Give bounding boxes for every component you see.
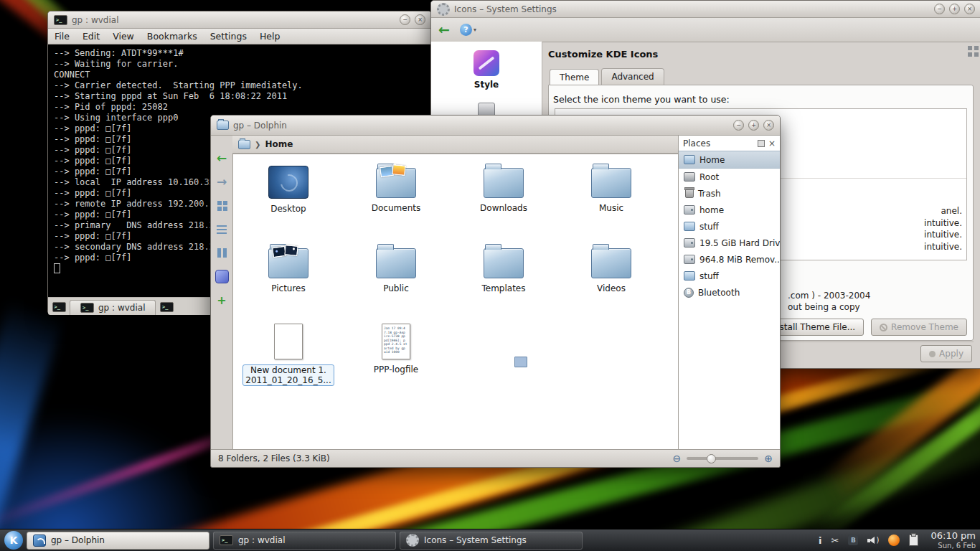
zoom-out-icon[interactable]: ⊖: [673, 453, 682, 463]
details-view-button[interactable]: [214, 221, 230, 237]
minimize-button[interactable]: −: [733, 120, 744, 131]
back-button[interactable]: ←: [214, 150, 230, 166]
folder-item-videos[interactable]: Videos: [557, 236, 665, 316]
tab-label: gp : wvdial: [98, 303, 145, 313]
back-icon[interactable]: ←: [438, 23, 450, 37]
folder-item-desktop[interactable]: Desktop: [235, 156, 342, 236]
settings-toolbar: ← ? ▾: [431, 18, 980, 42]
terminal-line: CONNECT: [54, 70, 425, 80]
desktop: gp : wvdial − × File Edit View Bookmarks…: [0, 0, 980, 551]
terminal-task-icon: [220, 535, 233, 545]
file-item-new-document[interactable]: New document 1. 2011_01_20_16_5...: [235, 316, 342, 424]
terminal-line: --> Sending: ATDT*99***1#: [54, 48, 425, 59]
tab-theme[interactable]: Theme: [550, 69, 599, 85]
prohibited-icon: [880, 324, 887, 331]
breadcrumb[interactable]: ❯ Home: [232, 136, 678, 154]
places-item-bluetooth[interactable]: BBluetooth: [679, 284, 780, 301]
icons-view-icon: [217, 201, 222, 205]
taskbar: K gp – Dolphin gp : wvdial Icons – Syste…: [0, 529, 980, 551]
tab-list-button[interactable]: [159, 300, 174, 314]
zoom-slider-handle[interactable]: [707, 454, 716, 463]
overview-grid-icon[interactable]: [968, 46, 972, 50]
select-theme-label: Select the icon theme you want to use:: [550, 88, 973, 105]
zoom-in-icon[interactable]: ⊕: [764, 453, 773, 463]
folder-item-pictures[interactable]: Pictures: [235, 236, 342, 316]
menu-file[interactable]: File: [48, 29, 76, 43]
orange-app-tray-icon[interactable]: [888, 534, 900, 546]
columns-view-button[interactable]: [214, 245, 230, 260]
help-button[interactable]: ? ▾: [460, 24, 476, 36]
task-system-settings[interactable]: Icons – System Settings: [400, 532, 583, 550]
split-view-button[interactable]: +: [214, 292, 230, 308]
close-panel-icon[interactable]: ×: [768, 139, 776, 148]
menu-edit[interactable]: Edit: [76, 29, 106, 43]
places-item-trash[interactable]: Trash: [679, 185, 780, 202]
menu-help[interactable]: Help: [253, 29, 287, 43]
selected-file-label: New document 1. 2011_01_20_16_5...: [242, 364, 334, 386]
dolphin-center: ❯ Home Desktop Documents Downloads: [232, 136, 678, 449]
preview-button[interactable]: [214, 268, 230, 284]
places-item-home2[interactable]: home: [679, 202, 780, 218]
sidebar-item-style[interactable]: Style: [473, 50, 499, 90]
close-button[interactable]: ×: [964, 4, 975, 14]
new-tab-icon: [52, 302, 66, 312]
status-text: 8 Folders, 2 Files (3.3 KiB): [218, 453, 330, 463]
file-item-ppp-logfile[interactable]: Jan 17 09:4 7:18 gp-Asp ire-5738 pp pd[1…: [342, 316, 450, 424]
folder-item-public[interactable]: Public: [342, 236, 450, 316]
terminal-line: --> Pid of pppd: 25082: [54, 102, 425, 113]
clock[interactable]: 06:10 pm Sun, 6 Feb: [930, 531, 976, 550]
maximize-button[interactable]: +: [949, 4, 960, 14]
kickoff-launcher-icon[interactable]: K: [4, 531, 23, 550]
maximize-button[interactable]: +: [748, 120, 759, 131]
places-title: Places: [683, 138, 710, 149]
close-button[interactable]: ×: [415, 14, 425, 25]
dolphin-statusbar: 8 Folders, 2 Files (3.3 KiB) ⊖ ⊕: [211, 449, 780, 467]
zoom-slider[interactable]: [687, 457, 758, 460]
removable-drive-icon: [684, 255, 695, 264]
menu-settings[interactable]: Settings: [204, 29, 253, 43]
folder-item-downloads[interactable]: Downloads: [450, 156, 557, 236]
folder-item-documents[interactable]: Documents: [342, 156, 450, 236]
breadcrumb-home[interactable]: Home: [265, 139, 293, 149]
clock-date: Sun, 6 Feb: [930, 542, 976, 550]
home-folder-icon: [238, 140, 250, 149]
detach-panel-icon[interactable]: [758, 140, 765, 147]
clipboard-icon[interactable]: [909, 534, 918, 546]
videos-folder-icon: [591, 248, 631, 278]
klipper-scissors-icon[interactable]: ✂: [831, 536, 839, 545]
places-item-removable[interactable]: 964.8 MiB Remov...: [679, 251, 780, 268]
tab-advanced[interactable]: Advanced: [601, 68, 664, 85]
home-icon: [684, 155, 695, 164]
places-item-harddrive[interactable]: 19.5 GiB Hard Drive: [679, 235, 780, 251]
dolphin-titlebar[interactable]: gp – Dolphin − + ×: [211, 116, 780, 136]
places-item-stuff[interactable]: stuff: [679, 218, 780, 235]
terminal-line: --> Starting pppd at Sun Feb 6 18:08:22 …: [54, 91, 425, 102]
places-item-stuff2[interactable]: stuff: [679, 268, 780, 284]
icons-view-button[interactable]: [214, 197, 230, 213]
places-item-home[interactable]: Home: [679, 151, 780, 169]
places-item-root[interactable]: Root: [679, 169, 780, 185]
folder-view[interactable]: Desktop Documents Downloads Music: [232, 154, 678, 449]
minimize-button[interactable]: −: [400, 14, 410, 25]
folder-item-templates[interactable]: Templates: [450, 236, 557, 316]
folder-item-music[interactable]: Music: [557, 156, 665, 236]
device-notifier-icon[interactable]: i: [819, 536, 821, 545]
public-folder-icon: [376, 248, 416, 278]
menu-bookmarks[interactable]: Bookmarks: [141, 29, 204, 43]
terminal-tab[interactable]: gp : wvdial: [70, 300, 156, 315]
chevron-down-icon: ▾: [473, 27, 476, 33]
settings-titlebar[interactable]: Icons – System Settings − + ×: [431, 1, 980, 18]
dolphin-body: ← → + ❯ Home Desktop: [211, 136, 780, 449]
task-dolphin[interactable]: gp – Dolphin: [27, 532, 209, 550]
terminal-titlebar[interactable]: gp : wvdial − ×: [48, 11, 431, 29]
menu-view[interactable]: View: [106, 29, 141, 43]
minimize-button[interactable]: −: [934, 4, 945, 14]
new-tab-button[interactable]: [51, 300, 67, 314]
dolphin-window: gp – Dolphin − + × ← → + ❯ Home: [210, 115, 781, 468]
theme-description-line: .com ) - 2003-2004: [788, 291, 870, 301]
task-terminal[interactable]: gp : wvdial: [213, 532, 396, 550]
close-button[interactable]: ×: [763, 120, 774, 131]
bluetooth-tray-icon[interactable]: B: [848, 535, 858, 545]
volume-icon[interactable]: ): [867, 536, 879, 545]
forward-button[interactable]: →: [214, 174, 230, 189]
